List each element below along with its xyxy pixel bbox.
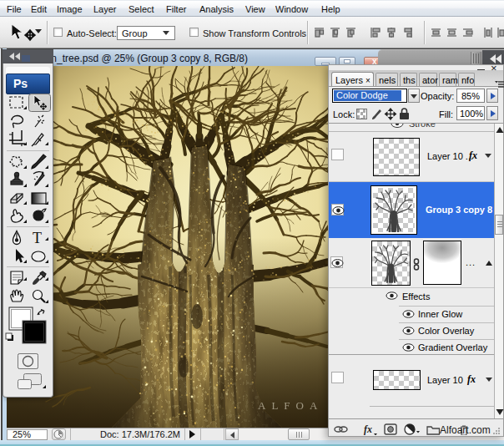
svg-text:T: T bbox=[33, 230, 42, 246]
svg-text:fx: fx bbox=[364, 423, 372, 435]
svg-text:ALFOA: ALFOA bbox=[258, 399, 323, 412]
